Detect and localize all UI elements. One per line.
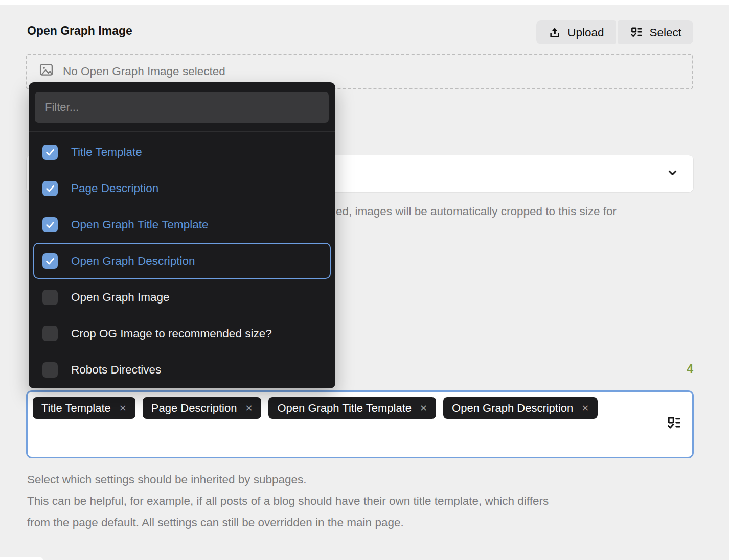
inherited-settings-tags-input[interactable]: Title Template✕Page Description✕Open Gra… xyxy=(26,390,694,458)
field-label: Open Graph Image xyxy=(27,24,132,38)
crop-help-text-fragment: ed, images will be automatically cropped… xyxy=(336,205,617,218)
remove-tag-icon[interactable]: ✕ xyxy=(420,404,427,413)
popover-option-list: Title TemplatePage DescriptionOpen Graph… xyxy=(29,132,335,388)
checkbox-icon[interactable] xyxy=(42,145,58,160)
popover-option-label: Open Graph Image xyxy=(71,291,170,304)
select-button[interactable]: Select xyxy=(618,20,693,44)
popover-option-label: Open Graph Title Template xyxy=(71,218,208,231)
popover-option[interactable]: Robots Directives xyxy=(29,352,335,388)
tag-pill: Open Graph Title Template✕ xyxy=(268,397,436,419)
popover-option[interactable]: Open Graph Description xyxy=(33,243,331,279)
checkbox-icon[interactable] xyxy=(42,253,58,269)
popover-option-label: Page Description xyxy=(71,182,158,195)
empty-asset-text: No Open Graph Image selected xyxy=(63,65,225,78)
selected-count-badge: 4 xyxy=(687,362,693,376)
checkbox-icon[interactable] xyxy=(42,217,58,232)
popover-option[interactable]: Title Template xyxy=(29,134,335,170)
help-line: This can be helpful, for example, if all… xyxy=(27,491,549,512)
checkbox-icon[interactable] xyxy=(42,326,58,341)
select-button-label: Select xyxy=(649,26,681,39)
remove-tag-icon[interactable]: ✕ xyxy=(245,404,253,413)
checkbox-icon[interactable] xyxy=(42,181,58,196)
top-white-strip xyxy=(0,0,729,5)
chevron-down-icon xyxy=(666,166,679,182)
asset-button-group: Upload Select xyxy=(536,20,693,44)
filter-input[interactable] xyxy=(35,92,329,123)
popover-option[interactable]: Open Graph Image xyxy=(29,279,335,315)
tag-pill: Title Template✕ xyxy=(33,397,135,419)
checklist-icon[interactable] xyxy=(666,415,682,433)
help-line: from the page default. All settings can … xyxy=(27,512,549,533)
bottom-left-panel-edge xyxy=(0,557,43,560)
tag-pill: Open Graph Description✕ xyxy=(443,397,598,419)
filter-section xyxy=(29,82,335,132)
popover-option-label: Title Template xyxy=(71,146,142,159)
tag-pill: Page Description✕ xyxy=(143,397,262,419)
popover-option[interactable]: Open Graph Title Template xyxy=(29,206,335,243)
popover-option[interactable]: Page Description xyxy=(29,170,335,206)
popover-option[interactable]: Crop OG Image to recommended size? xyxy=(29,315,335,352)
upload-button[interactable]: Upload xyxy=(536,20,616,44)
upload-button-label: Upload xyxy=(567,26,604,39)
tag-pill-label: Open Graph Title Template xyxy=(277,402,412,415)
tag-pill-label: Open Graph Description xyxy=(452,402,573,415)
checkbox-icon[interactable] xyxy=(42,362,58,378)
tag-pill-label: Title Template xyxy=(41,402,111,415)
settings-filter-popover: Title TemplatePage DescriptionOpen Graph… xyxy=(29,82,335,388)
checkbox-icon[interactable] xyxy=(42,290,58,305)
popover-option-label: Crop OG Image to recommended size? xyxy=(71,327,272,340)
inherit-help-text: Select which settings should be inherite… xyxy=(27,469,549,533)
tag-pill-label: Page Description xyxy=(151,402,237,415)
upload-icon xyxy=(548,26,561,39)
popover-option-label: Robots Directives xyxy=(71,363,161,377)
remove-tag-icon[interactable]: ✕ xyxy=(119,404,127,413)
help-line: Select which settings should be inherite… xyxy=(27,469,549,491)
popover-option-label: Open Graph Description xyxy=(71,254,195,268)
remove-tag-icon[interactable]: ✕ xyxy=(581,404,589,413)
checklist-icon xyxy=(630,26,643,39)
image-placeholder-icon xyxy=(38,62,54,81)
